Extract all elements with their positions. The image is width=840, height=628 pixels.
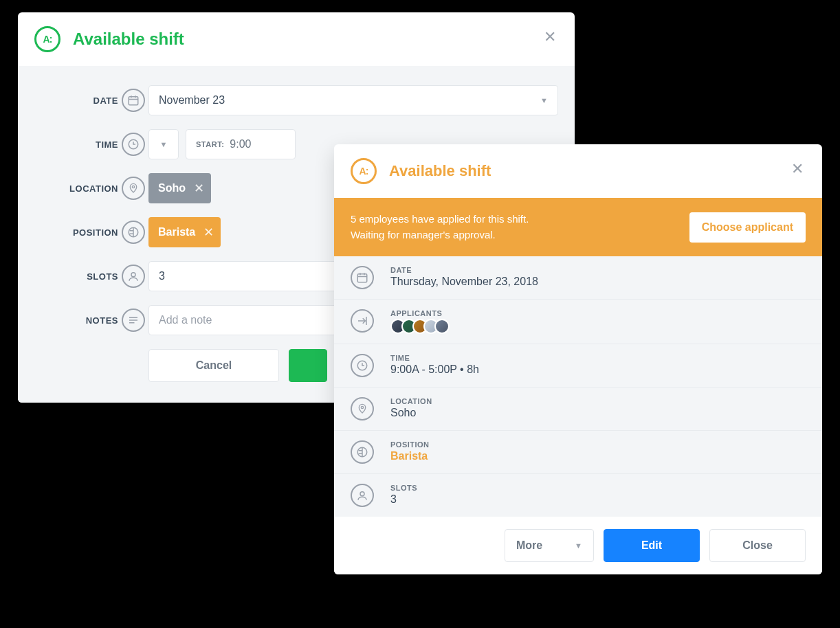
field-label: SLOTS [34,271,118,282]
start-value: 9:00 [230,138,251,150]
detail-label: SLOTS [390,484,417,492]
applicant-avatars[interactable] [390,319,450,334]
applicants-banner: 5 employees have applied for this shift.… [334,198,822,256]
person-icon [122,265,145,288]
save-button[interactable] [289,349,327,382]
caret-down-icon: ▼ [540,96,548,104]
field-label: DATE [34,96,118,106]
start-label: START: [196,140,224,148]
modal-title: Available shift [73,30,184,49]
arrow-right-icon [351,309,374,333]
svg-point-7 [131,273,135,277]
field-label: NOTES [34,315,118,326]
more-button[interactable]: More ▼ [505,529,594,562]
caret-down-icon: ▼ [575,541,582,550]
detail-label: TIME [390,354,479,362]
detail-body: DATE Thursday, November 23, 2018 APPLICA… [334,256,822,517]
banner-line1: 5 employees have applied for this shift. [351,212,529,227]
location-pin-icon [122,177,145,200]
caret-down-icon: ▼ [160,140,168,148]
svg-point-18 [360,492,364,496]
banner-line2: Waiting for manager's approval. [351,227,529,243]
remove-tag-icon[interactable]: ✕ [203,225,214,240]
slots-value: 3 [159,270,165,282]
detail-date-row: DATE Thursday, November 23, 2018 [334,256,822,300]
field-label: TIME [34,139,118,150]
detail-value: Soho [390,407,432,419]
notes-icon [122,309,145,332]
clock-icon [351,354,374,377]
position-icon [351,440,374,464]
detail-value: 3 [390,493,417,506]
location-tag: Soho ✕ [148,173,211,203]
tag-label: Barista [158,226,195,238]
start-time-input[interactable]: START: 9:00 [186,129,296,159]
svg-point-5 [132,186,134,188]
modal-footer: More ▼ Edit Close [334,517,822,574]
date-row: DATE November 23 ▼ [34,85,558,115]
close-icon[interactable]: ✕ [540,27,560,47]
detail-slots-row: SLOTS 3 [334,474,822,517]
person-icon [351,484,374,507]
detail-location-row: LOCATION Soho [334,388,822,431]
field-label: POSITION [34,227,118,238]
modal-title: Available shift [389,162,491,180]
detail-label: LOCATION [390,397,432,405]
svg-rect-0 [129,97,138,105]
app-logo-icon: A: [34,26,60,52]
detail-value: Thursday, November 23, 2018 [390,276,538,288]
avatar [434,319,450,334]
position-icon [122,221,145,244]
time-type-select[interactable]: ▼ [148,129,179,159]
detail-label: DATE [390,266,538,274]
detail-value: 9:00A - 5:00P • 8h [390,363,479,376]
tag-label: Soho [158,182,186,194]
close-icon[interactable]: ✕ [788,159,807,179]
detail-label: POSITION [390,440,430,449]
banner-text: 5 employees have applied for this shift.… [351,212,529,243]
calendar-icon [351,266,374,289]
cancel-button[interactable]: Cancel [148,349,279,382]
detail-value: Barista [390,450,430,462]
detail-label: APPLICANTS [390,309,450,317]
modal-header: A: Available shift ✕ [334,144,822,198]
location-pin-icon [351,397,374,420]
date-select[interactable]: November 23 ▼ [148,85,558,115]
detail-position-row: POSITION Barista [334,431,822,474]
detail-time-row: TIME 9:00A - 5:00P • 8h [334,344,822,388]
close-button[interactable]: Close [709,529,806,562]
svg-rect-11 [357,274,367,282]
remove-tag-icon[interactable]: ✕ [194,181,204,196]
detail-applicants-row: APPLICANTS [334,300,822,344]
modal-header: A: Available shift ✕ [18,12,575,66]
clock-icon [122,133,145,156]
svg-point-16 [361,406,363,408]
edit-button[interactable]: Edit [604,529,700,562]
calendar-icon [122,89,145,112]
position-tag: Barista ✕ [148,217,221,247]
choose-applicant-button[interactable]: Choose applicant [689,212,806,243]
field-label: LOCATION [34,183,118,194]
shift-detail-modal: A: Available shift ✕ 5 employees have ap… [334,144,822,574]
date-value: November 23 [159,94,225,106]
more-label: More [516,539,542,552]
app-logo-icon: A: [351,158,377,184]
